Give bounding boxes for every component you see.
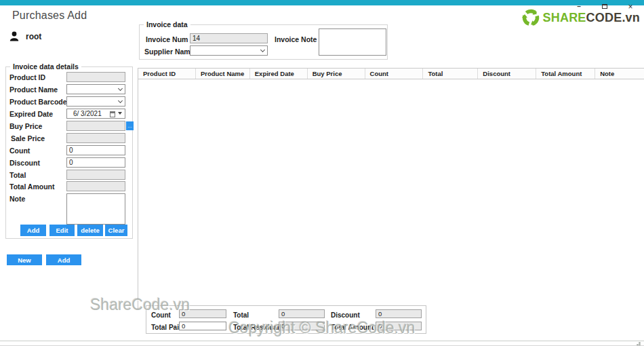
expired-date-label: Expired Date [9, 110, 53, 118]
total-amount-label: Total Amount [9, 182, 55, 191]
chevron-down-icon [118, 98, 123, 103]
grid-col-note[interactable]: Note [595, 69, 644, 79]
product-name-label: Product Name [9, 85, 58, 94]
product-name-combobox[interactable] [66, 84, 125, 94]
sale-price-label: Sale Price [11, 134, 45, 142]
user-icon [9, 31, 19, 41]
invoice-data-group-title: Invoice data [144, 20, 190, 28]
username-label: root [26, 32, 41, 41]
summary-count-field[interactable] [179, 309, 226, 318]
detail-add-button[interactable]: Add [20, 225, 46, 236]
count-field[interactable] [66, 145, 125, 155]
grid-header-row: Product ID Product Name Expired Date Buy… [138, 69, 644, 79]
supplier-name-label: Supplier Name [144, 47, 195, 56]
totals-panel: Count Total Discount Total Paid Total Re… [146, 305, 426, 334]
expired-date-picker[interactable]: 6/ 3/2021 [66, 109, 125, 119]
product-barcode-combobox[interactable] [66, 96, 125, 107]
total-amount-field[interactable] [66, 181, 125, 191]
grid-body-empty [138, 79, 644, 309]
purchases-grid: Product ID Product Name Expired Date Buy… [138, 68, 644, 309]
status-bar [0, 341, 644, 346]
product-barcode-label: Product Barcode [9, 98, 67, 106]
summary-total-amount-label: Total Amount [331, 324, 374, 331]
summary-discount-field[interactable] [376, 309, 422, 318]
brand-text: SHARECODE.vn [543, 11, 640, 25]
add-button[interactable]: Add [46, 254, 81, 265]
product-id-field[interactable] [66, 72, 125, 82]
grid-col-count[interactable]: Count [365, 69, 424, 79]
buy-price-field[interactable] [66, 121, 125, 131]
total-residual-field[interactable] [279, 322, 325, 330]
buy-price-label: Buy Price [9, 122, 42, 130]
total-field[interactable] [66, 170, 125, 180]
total-paid-label: Total Paid [151, 324, 183, 331]
expired-date-value: 6/ 3/2021 [73, 110, 102, 117]
invoice-details-group-title: Invoice data details [10, 62, 81, 71]
sale-price-field[interactable] [66, 133, 125, 143]
note-label: Note [9, 195, 25, 203]
resize-grip[interactable] [639, 343, 640, 343]
chevron-down-icon [260, 47, 265, 52]
grid-col-product-id[interactable]: Product ID [138, 69, 196, 79]
grid-col-buy-price[interactable]: Buy Price [308, 69, 365, 79]
discount-label: Discount [9, 159, 40, 167]
dropdown-arrow-icon [118, 112, 122, 115]
total-paid-field[interactable] [179, 322, 226, 330]
summary-total-field[interactable] [279, 309, 325, 318]
note-field[interactable] [66, 193, 125, 225]
detail-delete-button[interactable]: delete [77, 225, 103, 236]
grid-col-discount[interactable]: Discount [478, 69, 536, 79]
purchases-add-window: – × SHARECODE.vn Purchases Add root Invo… [0, 0, 644, 346]
sharecode-logo: SHARECODE.vn [521, 8, 640, 27]
page-title: Purchases Add [12, 9, 87, 22]
grid-col-total[interactable]: Total [423, 69, 478, 79]
summary-discount-label: Discount [331, 311, 360, 319]
chevron-down-icon [118, 86, 123, 91]
detail-clear-button[interactable]: Clear [105, 225, 127, 236]
invoice-num-label: Invoice Num [146, 35, 188, 43]
grid-col-expired-date[interactable]: Expired Date [250, 69, 308, 79]
grid-col-product-name[interactable]: Product Name [196, 69, 250, 79]
recycle-icon [521, 8, 540, 27]
brand-share: SHARE [543, 11, 586, 24]
grid-col-total-amount[interactable]: Total Amount [536, 69, 595, 79]
total-residual-label: Total Residual [233, 324, 279, 331]
invoice-num-field[interactable] [190, 33, 268, 43]
calendar-icon [110, 111, 115, 117]
total-label: Total [9, 171, 26, 179]
invoice-note-label: Invoice Note [275, 35, 317, 43]
detail-edit-button[interactable]: Edit [49, 225, 75, 236]
buy-price-lookup-button[interactable]: … [126, 121, 134, 130]
current-user: root [9, 31, 41, 41]
product-id-label: Product ID [9, 73, 45, 81]
summary-total-amount-field[interactable] [376, 322, 422, 330]
summary-total-label: Total [233, 311, 249, 319]
discount-field[interactable] [66, 157, 125, 168]
invoice-note-field[interactable] [319, 28, 386, 56]
summary-count-label: Count [151, 311, 171, 319]
supplier-name-combobox[interactable] [190, 45, 268, 56]
brand-code: CODE.vn [586, 11, 640, 24]
accent-topbar [0, 0, 644, 5]
count-label: Count [9, 147, 30, 155]
new-button[interactable]: New [7, 254, 42, 265]
